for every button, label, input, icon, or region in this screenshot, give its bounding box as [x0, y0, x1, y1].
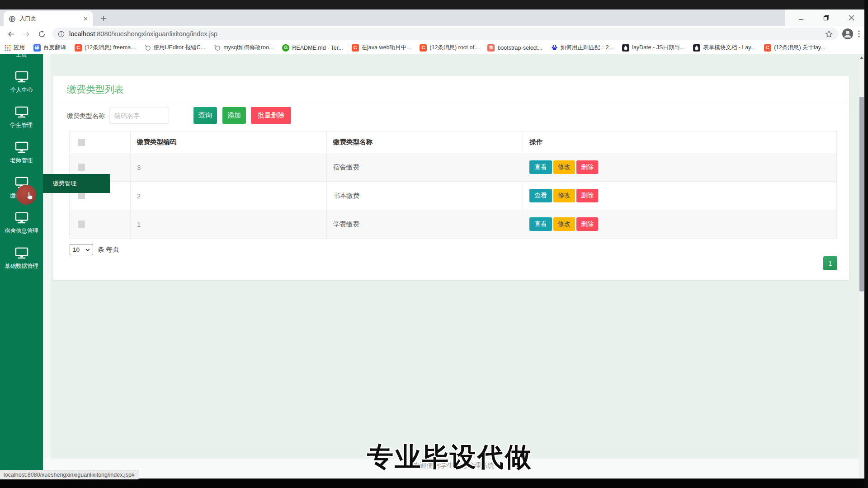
bookmark-star-icon[interactable]: [825, 30, 833, 38]
bookmark-item[interactable]: C (12条消息) freema...: [75, 44, 136, 52]
cell-code: 1: [131, 210, 327, 238]
url-bar[interactable]: localhost:8080/xueshengxinxiguanlixitong…: [52, 28, 838, 40]
page-title: 缴费类型列表: [67, 83, 124, 96]
view-button[interactable]: 查看: [529, 217, 552, 231]
search-input[interactable]: [109, 108, 169, 124]
url-text[interactable]: localhost:8080/xueshengxinxiguanlixitong…: [69, 30, 825, 38]
scrollbar-thumb[interactable]: [859, 97, 864, 291]
chevron-down-icon: [85, 249, 90, 251]
back-icon[interactable]: [5, 28, 17, 40]
sidebar-item-profile[interactable]: 个人中心: [0, 66, 43, 102]
csdn-icon: C: [75, 44, 82, 52]
sidebar-item-teachers[interactable]: 老师管理: [0, 137, 43, 172]
page-1-button[interactable]: 1: [823, 256, 837, 270]
toolbar-right: [842, 28, 860, 40]
bookmark-item[interactable]: C 在java web项目中...: [352, 44, 411, 52]
page-info-icon[interactable]: [58, 31, 65, 38]
reload-icon[interactable]: [35, 28, 48, 40]
content-card: 缴费类型列表 缴费类型名称 查询 添加 批量删除 缴费类型编码 缴费类型名称 操…: [53, 76, 849, 280]
monitor-icon: [14, 141, 29, 153]
delete-button[interactable]: 删除: [576, 160, 598, 174]
edit-button[interactable]: 修改: [553, 189, 575, 202]
globe-favicon-icon: [9, 15, 16, 23]
url-host: localhost: [69, 30, 95, 38]
cell-code: 2: [131, 182, 327, 210]
bookmark-item[interactable]: C (12条消息) 关于lay...: [764, 44, 826, 52]
tab-title: 入口页: [19, 15, 82, 23]
monitor-icon: [14, 212, 29, 224]
per-page-label: 条 每页: [98, 245, 119, 254]
delete-button[interactable]: 删除: [576, 217, 598, 231]
view-button[interactable]: 查看: [529, 189, 552, 202]
profile-avatar[interactable]: [842, 28, 854, 40]
divider: [53, 102, 849, 102]
edit-button[interactable]: 修改: [553, 160, 575, 174]
apps-grid-icon: [5, 45, 11, 51]
sidebar-item-students[interactable]: 学生管理: [0, 102, 43, 137]
delete-button[interactable]: 删除: [576, 189, 598, 202]
edit-button[interactable]: 修改: [553, 217, 575, 231]
layui-icon: [622, 44, 629, 52]
sidebar-item-dorms[interactable]: 宿舍信息管理: [0, 207, 43, 243]
table-row: 2 书本缴费 查看 修改 删除: [70, 181, 836, 210]
gitee-icon: G: [282, 44, 289, 52]
search-label: 缴费类型名称: [67, 112, 105, 120]
table-row: 1 学费缴费 查看 修改 删除: [70, 210, 836, 238]
page-size-select[interactable]: 10: [70, 244, 93, 255]
restore-window-icon[interactable]: [820, 11, 833, 25]
row-checkbox[interactable]: [78, 164, 85, 171]
watermark-text: 专业毕设代做: [0, 442, 864, 472]
bookmark-item[interactable]: 如何用正则匹配：2...: [551, 44, 613, 52]
header-code: 缴费类型编码: [131, 131, 327, 153]
query-button[interactable]: 查询: [193, 107, 217, 124]
cell-name: 书本缴费: [327, 182, 523, 210]
kebab-menu-icon[interactable]: [858, 30, 860, 38]
monitor-icon: [14, 247, 29, 259]
sidebar-item-basedata[interactable]: 基础数据管理: [0, 243, 43, 278]
letterbox-top: [0, 0, 868, 9]
add-button[interactable]: 添加: [222, 107, 246, 124]
sidebar-nav: 主页 个人中心 学生管理 老师管理 缴费管理: [0, 54, 43, 470]
forward-icon[interactable]: [20, 28, 33, 40]
csdn-icon: C: [764, 44, 771, 52]
cell-name: 学费缴费: [327, 210, 523, 238]
minimize-icon[interactable]: [794, 11, 808, 25]
baidu-paw-icon: [551, 44, 558, 51]
bookmark-item[interactable]: G README.md · Ter...: [282, 44, 343, 52]
bookmark-item[interactable]: mysql如何修改roo...: [214, 44, 274, 52]
bookmark-item[interactable]: layDate - JS日期与...: [622, 44, 684, 52]
browser-tab[interactable]: 入口页: [4, 11, 93, 26]
bookmark-apps[interactable]: 应用: [5, 44, 25, 52]
browser-toolbar: localhost:8080/xueshengxinxiguanlixitong…: [0, 26, 864, 42]
scrollbar: [859, 54, 864, 479]
sidebar-item-home[interactable]: 主页: [0, 54, 43, 66]
scroll-up-icon[interactable]: [860, 56, 863, 59]
new-tab-button[interactable]: [98, 13, 109, 24]
batch-delete-button[interactable]: 批量删除: [251, 107, 291, 124]
row-checkbox[interactable]: [78, 221, 85, 228]
url-path: :8080/xueshengxinxiguanlixitong/index.js…: [95, 30, 217, 38]
tab-close-icon[interactable]: [82, 15, 90, 23]
header-actions: 操作: [523, 131, 836, 153]
select-all-checkbox[interactable]: [78, 139, 85, 146]
translate-icon: 译: [33, 44, 41, 52]
bookmark-item[interactable]: 使用UEditor 报错C...: [144, 44, 206, 52]
cell-name: 宿舍缴费: [327, 153, 523, 181]
sidebar-menu: 主页 个人中心 学生管理 老师管理 缴费管理: [0, 54, 43, 278]
tab-strip: 入口页: [0, 9, 864, 26]
bookmark-item[interactable]: 译 百度翻译: [33, 44, 66, 52]
search-icon: [214, 44, 221, 51]
bookmark-item[interactable]: C (12条消息) root of...: [420, 44, 479, 52]
view-button[interactable]: 查看: [529, 160, 552, 174]
letterbox-bottom: [0, 479, 868, 488]
screen: 入口页: [0, 0, 868, 488]
bookmark-item[interactable]: 简 bootstrap-select...: [487, 44, 542, 52]
page-viewport: 主页 个人中心 学生管理 老师管理 缴费管理: [0, 54, 864, 479]
window-controls: [785, 9, 864, 26]
bookmark-item[interactable]: 表单模块文档 - Lay...: [693, 44, 755, 52]
row-checkbox[interactable]: [78, 192, 85, 199]
search-icon: [144, 44, 151, 51]
close-window-icon[interactable]: [844, 11, 858, 25]
status-link-preview: localhost:8080/xueshengxinxiguanlixitong…: [0, 470, 139, 479]
sidebar-flyout-payments[interactable]: 缴费管理: [43, 174, 110, 193]
